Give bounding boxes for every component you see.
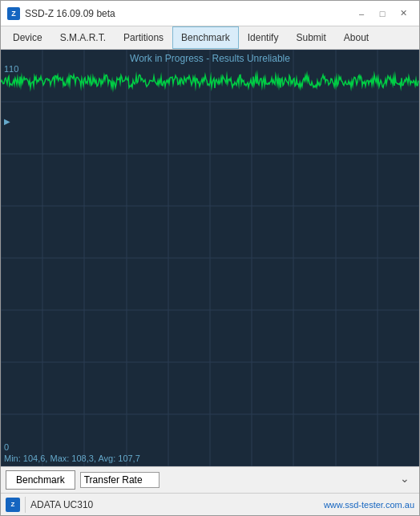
device-name: ADATA UC310 xyxy=(30,499,93,510)
app-icon: Z xyxy=(7,7,20,20)
menu-item-about[interactable]: About xyxy=(335,26,378,49)
menu-item-benchmark[interactable]: Benchmark xyxy=(172,26,239,49)
transfer-rate-wrapper: Transfer Rate xyxy=(80,472,414,488)
close-button[interactable]: ✕ xyxy=(394,6,413,22)
play-icon: ▶ xyxy=(4,117,10,126)
menu-item-device[interactable]: Device xyxy=(4,26,51,49)
chart-title: Work in Progress - Results Unreliable xyxy=(1,53,419,64)
menu-item-partitions[interactable]: Partitions xyxy=(115,26,172,49)
main-window: Z SSD-Z 16.09.09 beta – □ ✕ DeviceS.M.A.… xyxy=(0,0,420,516)
status-bar: Z ADATA UC310 www.ssd-tester.com.au xyxy=(1,493,419,515)
maximize-button[interactable]: □ xyxy=(373,6,392,22)
menu-item-identify[interactable]: Identify xyxy=(239,26,288,49)
chart-stats: Min: 104,6, Max: 108,3, Avg: 107,7 xyxy=(4,454,140,463)
menu-item-submit[interactable]: Submit xyxy=(287,26,334,49)
menu-bar: DeviceS.M.A.R.T.PartitionsBenchmarkIdent… xyxy=(1,26,419,50)
benchmark-button[interactable]: Benchmark xyxy=(6,470,75,490)
window-controls: – □ ✕ xyxy=(352,6,413,22)
title-left: Z SSD-Z 16.09.09 beta xyxy=(7,7,115,20)
y-axis-max: 110 xyxy=(4,64,18,74)
status-divider xyxy=(25,497,26,513)
menu-item-smart[interactable]: S.M.A.R.T. xyxy=(51,26,115,49)
bottom-bar: Benchmark Transfer Rate xyxy=(1,466,419,493)
chart-area: Work in Progress - Results Unreliable 11… xyxy=(1,50,419,466)
window-title: SSD-Z 16.09.09 beta xyxy=(25,8,115,19)
status-icon: Z xyxy=(6,498,20,512)
y-axis-min: 0 xyxy=(4,442,9,452)
title-bar: Z SSD-Z 16.09.09 beta – □ ✕ xyxy=(1,1,419,26)
minimize-button[interactable]: – xyxy=(352,6,371,22)
status-url: www.ssd-tester.com.au xyxy=(324,500,414,510)
transfer-rate-select[interactable]: Transfer Rate xyxy=(80,472,160,488)
benchmark-chart xyxy=(1,50,419,466)
